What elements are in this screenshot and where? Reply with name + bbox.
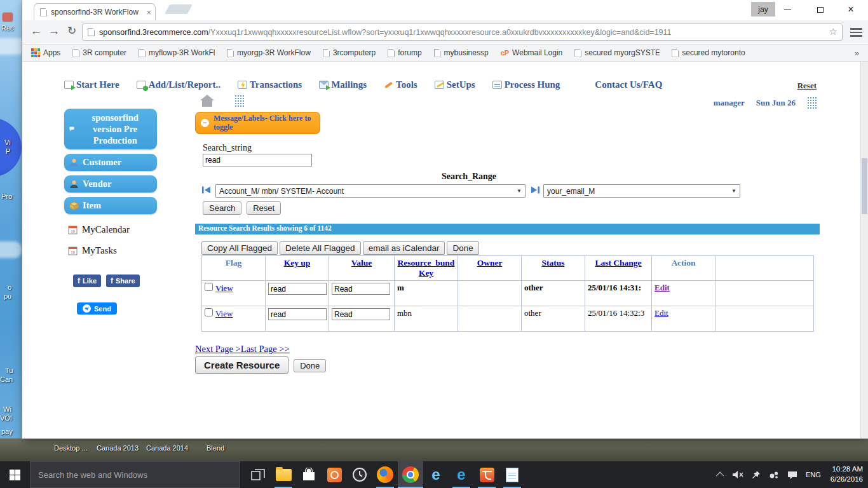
avro-tray-icon[interactable]: [769, 470, 779, 479]
browser-tab[interactable]: sponsorfind-3R WorkFlow ×: [34, 3, 156, 20]
desktop-icon-label[interactable]: Wi: [3, 405, 11, 413]
skip-to-start-icon[interactable]: [201, 186, 211, 194]
close-button[interactable]: ×: [845, 4, 857, 15]
bookmark-item-webmail[interactable]: cPWebmail Login: [501, 48, 563, 57]
message-labels-toggle[interactable]: − Message/Labels- Click here to toggle: [195, 112, 320, 134]
taskbar-search-box[interactable]: Search the web and Windows: [30, 461, 240, 488]
col-value-sort[interactable]: Value: [351, 258, 372, 268]
taskbar-avro-keyboard[interactable]: [474, 461, 499, 488]
flag-checkbox[interactable]: [205, 283, 213, 291]
desktop-icon-label[interactable]: Blend: [207, 444, 224, 452]
taskbar-file-explorer[interactable]: [271, 461, 296, 488]
desktop-icon-label[interactable]: pay: [1, 428, 13, 435]
bookmark-item[interactable]: myorgp-3R WorkFlow: [227, 48, 311, 57]
start-button[interactable]: [0, 461, 30, 488]
taskbar-media-player[interactable]: [322, 461, 347, 488]
desktop-icon-label[interactable]: Can: [0, 376, 13, 383]
sidebar-mytasks-link[interactable]: 10 MyTasks: [68, 245, 157, 256]
search-button[interactable]: Search: [203, 201, 241, 215]
new-tab-button[interactable]: [165, 4, 193, 14]
delete-all-flagged-button[interactable]: Delete All Flagged: [280, 241, 361, 255]
reset-button[interactable]: Reset: [247, 201, 281, 215]
done-button[interactable]: Done: [294, 359, 326, 372]
bookmark-item[interactable]: secured mytoronto-3R: [672, 48, 745, 57]
next-page-link[interactable]: Next Page >: [195, 344, 241, 354]
bookmark-item[interactable]: 3rcomputerp: [323, 48, 376, 57]
nav-mailings[interactable]: Mailings: [319, 79, 367, 90]
messenger-send-button[interactable]: Send: [77, 302, 117, 315]
skip-to-end-icon[interactable]: [531, 186, 540, 194]
nav-transactions[interactable]: Transactions: [238, 79, 302, 90]
nav-start-here[interactable]: Start Here: [64, 79, 119, 90]
col-owner-sort[interactable]: Owner: [477, 258, 503, 268]
value-input[interactable]: [332, 283, 390, 295]
session-reset-link[interactable]: Reset: [797, 81, 817, 91]
nav-tools[interactable]: Tools: [384, 79, 417, 90]
apps-bookmark[interactable]: Apps: [31, 48, 60, 57]
volume-muted-icon[interactable]: [732, 470, 743, 479]
col-last-change-sort[interactable]: Last Change: [595, 258, 641, 268]
drag-handle-icon[interactable]: [807, 97, 817, 109]
sidebar-customer-button[interactable]: Customer: [64, 154, 157, 171]
sidebar-vendor-button[interactable]: Vendor: [64, 175, 157, 193]
view-link[interactable]: View: [215, 283, 233, 293]
task-view-button[interactable]: [245, 461, 271, 488]
minimize-button[interactable]: [782, 4, 793, 15]
bookmark-item[interactable]: myflowp-3R WorkFlow: [139, 48, 215, 57]
taskbar-chrome[interactable]: [398, 461, 423, 488]
action-center-icon[interactable]: [787, 470, 797, 480]
facebook-share-button[interactable]: fShare: [106, 274, 140, 287]
language-indicator[interactable]: ENG: [806, 471, 821, 478]
nav-setups[interactable]: SetUps: [435, 79, 475, 90]
key-input[interactable]: [268, 308, 327, 320]
facebook-like-button[interactable]: fLike: [73, 274, 101, 287]
scrollbar-thumb[interactable]: [862, 158, 867, 214]
range-from-select[interactable]: Account_M/ mbn/ SYSTEM- Account ▼: [215, 184, 526, 198]
desktop-icon-label[interactable]: Rec: [1, 24, 14, 32]
desktop-icon-label[interactable]: Desktop ...: [54, 444, 88, 452]
value-input[interactable]: [332, 308, 390, 320]
desktop-icon-label[interactable]: VOl: [0, 414, 11, 422]
taskbar-clock[interactable]: 10:28 AM 6/26/2016: [829, 464, 863, 484]
flag-checkbox[interactable]: [205, 308, 213, 316]
col-status-sort[interactable]: Status: [541, 258, 564, 268]
range-to-select[interactable]: your_email_M ▼: [543, 184, 740, 198]
desktop-icon-label[interactable]: Pro: [1, 193, 12, 200]
chrome-menu-button[interactable]: [850, 28, 862, 37]
maximize-button[interactable]: [815, 4, 826, 15]
desktop-icon-blue-circle[interactable]: [0, 118, 22, 177]
done-button[interactable]: Done: [447, 241, 478, 255]
bookmark-item[interactable]: secured myorgSYSTEM: [574, 48, 660, 57]
page-scrollbar[interactable]: [860, 62, 868, 438]
taskbar-clock-app[interactable]: [347, 461, 372, 488]
edit-link[interactable]: Edit: [654, 283, 670, 292]
taskbar-notepad[interactable]: [499, 461, 525, 488]
create-resource-button[interactable]: Create Resource: [195, 356, 288, 374]
recycle-bin-icon[interactable]: [3, 13, 13, 22]
forward-button[interactable]: →: [46, 24, 62, 38]
email-icalendar-button[interactable]: email as iCalendar: [363, 241, 445, 255]
search-string-input[interactable]: [203, 154, 312, 166]
tray-expand-chevron-icon[interactable]: [716, 471, 724, 480]
sidebar-item-button[interactable]: Item: [64, 197, 157, 214]
taskbar-firefox[interactable]: [372, 461, 398, 488]
col-resource-bundle-sort[interactable]: Resource_bund Key: [398, 258, 455, 278]
address-bar[interactable]: sponsorfind.3recommerce.com/Yxxxuq1r1xww…: [82, 24, 843, 41]
desktop-icon-label[interactable]: Vi: [4, 139, 11, 146]
desktop-icon-label[interactable]: P: [6, 147, 10, 155]
key-input[interactable]: [268, 283, 327, 295]
bookmark-item[interactable]: mybusinessp: [434, 48, 489, 57]
drag-handle-icon[interactable]: [234, 95, 244, 107]
last-page-link[interactable]: Last Page >>: [241, 344, 290, 354]
taskbar-windows-store[interactable]: [296, 461, 322, 488]
desktop-icon-label[interactable]: o: [8, 283, 11, 291]
home-icon[interactable]: [200, 95, 214, 107]
browser-profile-button[interactable]: jay: [751, 2, 775, 17]
desktop-icon-label[interactable]: Canada 2013: [97, 444, 139, 452]
col-key-up-sort[interactable]: Key up: [284, 258, 311, 268]
nav-add-list-report[interactable]: Add/List/Report..: [137, 79, 220, 90]
reload-button[interactable]: ↻: [64, 24, 79, 37]
pin-icon[interactable]: [752, 470, 761, 479]
taskbar-internet-explorer[interactable]: e: [423, 461, 449, 488]
bookmark-star-icon[interactable]: ☆: [829, 26, 837, 37]
